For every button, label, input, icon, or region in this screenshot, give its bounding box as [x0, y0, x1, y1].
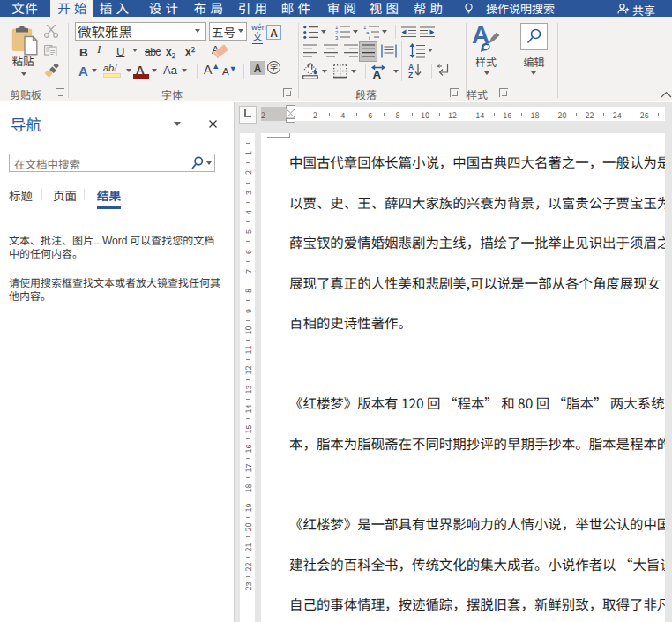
svg-text:A: A: [373, 68, 382, 79]
svg-text:i: i: [369, 35, 370, 41]
svg-text:Z: Z: [408, 71, 413, 79]
svg-text:3: 3: [335, 35, 339, 41]
